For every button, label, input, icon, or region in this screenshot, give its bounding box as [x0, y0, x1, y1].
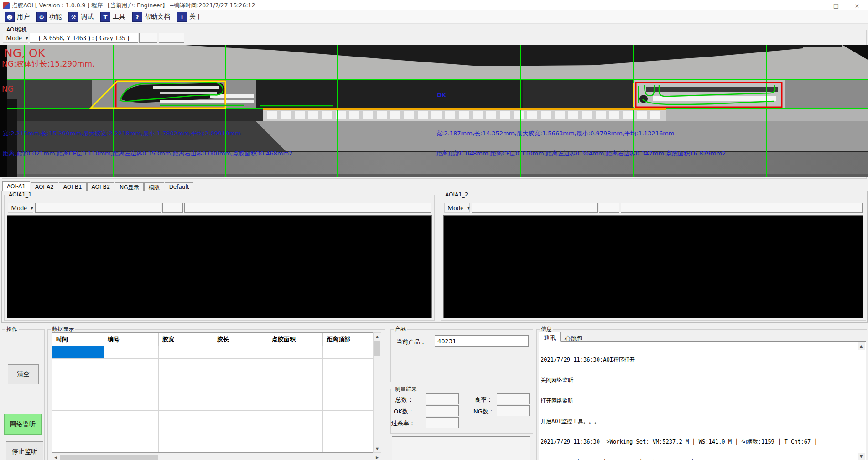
- table-cell[interactable]: [52, 376, 104, 393]
- log-vscrollbar[interactable]: ▲ ▼: [858, 342, 866, 460]
- table-cell[interactable]: [159, 376, 213, 393]
- table-cell[interactable]: [52, 445, 104, 453]
- overkill-field[interactable]: [426, 417, 459, 428]
- scroll-up-icon[interactable]: ▲: [858, 342, 865, 350]
- table-cell[interactable]: [323, 376, 373, 393]
- camera-field-2[interactable]: [139, 33, 157, 43]
- col-dist-top[interactable]: 距离顶部: [323, 333, 373, 346]
- table-cell[interactable]: [213, 393, 268, 411]
- scroll-left-icon[interactable]: ◀: [52, 454, 59, 460]
- tab-aoi-a1[interactable]: AOI-A1: [2, 181, 30, 191]
- close-icon[interactable]: ×: [847, 0, 868, 10]
- table-cell[interactable]: [268, 393, 323, 411]
- table-cell[interactable]: [213, 376, 268, 393]
- table-cell[interactable]: [213, 445, 268, 453]
- toolbar-item-tools[interactable]: T 工具: [99, 11, 131, 23]
- camera-image[interactable]: NG, OK NG:胶体过长:15.290mm, NG OK 宽:2.215mm…: [0, 45, 868, 177]
- maximize-icon[interactable]: □: [826, 0, 847, 10]
- toolbar-item-function[interactable]: ⚙ 功能: [35, 11, 67, 23]
- table-cell[interactable]: [268, 359, 323, 376]
- scrollbar-thumb[interactable]: [60, 455, 158, 460]
- panel1-image[interactable]: [7, 215, 432, 318]
- col-glue-area[interactable]: 点胶面积: [268, 333, 323, 346]
- panel1-field-1[interactable]: [35, 203, 161, 213]
- table-cell[interactable]: [104, 359, 159, 376]
- camera-mode-dropdown[interactable]: Mode ▼: [3, 33, 28, 43]
- table-cell[interactable]: [104, 411, 159, 428]
- table-vscrollbar[interactable]: ▲ ▼: [373, 332, 381, 453]
- panel2-field-1[interactable]: [472, 203, 598, 213]
- table-cell[interactable]: [104, 393, 159, 411]
- toolbar-item-debug[interactable]: ⚒ 调试: [67, 11, 99, 23]
- tab-ng-display[interactable]: NG显示: [115, 182, 143, 191]
- table-hscrollbar[interactable]: ◀ ▶: [52, 454, 381, 460]
- table-cell[interactable]: [159, 445, 213, 453]
- panel2-image[interactable]: [443, 215, 863, 318]
- table-cell[interactable]: [159, 393, 213, 411]
- table-cell[interactable]: [52, 411, 104, 428]
- panel1-mode-dropdown[interactable]: Mode ▼: [8, 203, 33, 213]
- table-cell[interactable]: [213, 428, 268, 445]
- col-time[interactable]: 时间: [52, 333, 104, 346]
- tab-aoi-b2[interactable]: AOI-B2: [87, 182, 115, 191]
- table-cell[interactable]: [323, 359, 373, 376]
- toolbar-item-user[interactable]: ☻ 用户: [3, 11, 35, 23]
- table-cell[interactable]: [159, 359, 213, 376]
- tab-template[interactable]: 模版: [144, 182, 164, 191]
- minimize-icon[interactable]: —: [805, 0, 826, 10]
- table-cell[interactable]: [159, 428, 213, 445]
- table-cell[interactable]: [52, 428, 104, 445]
- panel1-field-2[interactable]: [162, 203, 183, 213]
- toolbar-item-about[interactable]: i 关于: [176, 11, 208, 23]
- ok-count-field[interactable]: [426, 405, 459, 416]
- panel1-field-3[interactable]: [184, 203, 431, 213]
- tab-comms[interactable]: 通讯: [539, 332, 561, 342]
- scroll-down-icon[interactable]: ▼: [374, 445, 381, 452]
- tab-heartbeat[interactable]: 心跳包: [560, 333, 587, 342]
- stop-listen-button[interactable]: 停止监听: [6, 441, 43, 460]
- table-cell[interactable]: [323, 411, 373, 428]
- table-cell[interactable]: [52, 393, 104, 411]
- comms-log[interactable]: 2021/7/29 11:36:30:AOI程序打开 关闭网络监听 打开网络监听…: [539, 341, 866, 460]
- table-cell[interactable]: [159, 411, 213, 428]
- scrollbar-thumb[interactable]: [374, 341, 380, 356]
- yield-field[interactable]: [497, 393, 530, 404]
- clear-button[interactable]: 清空: [8, 364, 39, 384]
- table-cell[interactable]: [159, 346, 213, 359]
- tab-aoi-a2[interactable]: AOI-A2: [31, 182, 58, 191]
- panel2-mode-dropdown[interactable]: Mode ▼: [444, 203, 470, 213]
- table-cell[interactable]: [268, 428, 323, 445]
- col-id[interactable]: 编号: [104, 333, 159, 346]
- current-product-field[interactable]: 40231: [435, 335, 529, 347]
- table-cell[interactable]: [213, 411, 268, 428]
- table-cell[interactable]: [213, 359, 268, 376]
- scroll-down-icon[interactable]: ▼: [858, 453, 865, 460]
- table-cell[interactable]: [323, 428, 373, 445]
- table-cell[interactable]: [323, 346, 373, 359]
- table-cell[interactable]: [268, 445, 323, 453]
- tab-aoi-b1[interactable]: AOI-B1: [59, 182, 87, 191]
- table-cell[interactable]: [52, 359, 104, 376]
- panel2-field-3[interactable]: [621, 203, 863, 213]
- toolbar-item-help[interactable]: ? 帮助文档: [131, 11, 176, 23]
- table-cell[interactable]: [268, 346, 323, 359]
- total-field[interactable]: [426, 393, 459, 404]
- table-cell[interactable]: [104, 346, 159, 359]
- camera-field-3[interactable]: [159, 33, 184, 43]
- table-cell[interactable]: [104, 445, 159, 453]
- net-listen-button[interactable]: 网络监听: [4, 414, 42, 435]
- tab-default[interactable]: Default: [165, 182, 194, 191]
- table-cell[interactable]: [268, 376, 323, 393]
- ng-count-field[interactable]: [497, 405, 530, 416]
- scroll-up-icon[interactable]: ▲: [374, 333, 381, 340]
- col-glue-length[interactable]: 胶长: [213, 333, 268, 346]
- table-cell[interactable]: [104, 428, 159, 445]
- table-cell[interactable]: [213, 346, 268, 359]
- scroll-right-icon[interactable]: ▶: [374, 454, 381, 460]
- panel2-field-2[interactable]: [599, 203, 619, 213]
- table-cell[interactable]: [323, 445, 373, 453]
- table-cell[interactable]: [268, 411, 323, 428]
- col-glue-width[interactable]: 胶宽: [159, 333, 213, 346]
- selected-cell[interactable]: [52, 346, 104, 359]
- table-cell[interactable]: [104, 376, 159, 393]
